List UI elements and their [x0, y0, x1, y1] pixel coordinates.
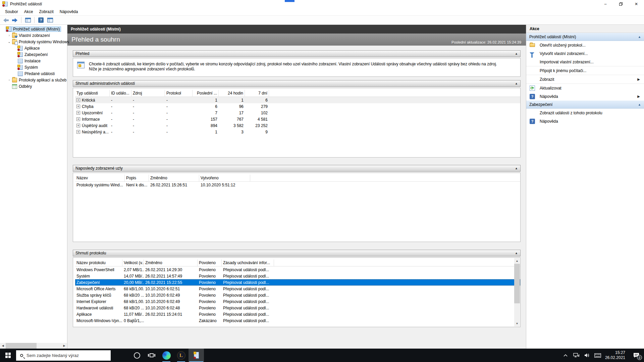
chevron-down-icon[interactable]: ⌄: [7, 40, 11, 44]
column-header[interactable]: 24 hodin: [219, 90, 245, 97]
table-row[interactable]: Služba správy klíčů68 kB/20 ...10.10.202…: [75, 292, 520, 298]
log-vertical-scrollbar[interactable]: ▲ ▼: [514, 258, 520, 326]
close-button[interactable]: ✕: [629, 0, 644, 8]
action-item[interactable]: ⟳Aktualizovat: [526, 84, 644, 92]
clock[interactable]: 15:27 26.02.2021: [603, 350, 629, 360]
table-row[interactable]: +Informace---1577674 581: [75, 116, 520, 122]
scroll-down-arrow[interactable]: ▼: [514, 321, 520, 326]
table-row[interactable]: Microsoft Office Alerts68 kB/1,00...10.1…: [75, 286, 520, 292]
action-section-header[interactable]: Zabezpečení▲: [526, 101, 644, 109]
tree-item[interactable]: ⌄Protokoly systému Windows: [0, 39, 67, 45]
expand-plus-icon[interactable]: +: [76, 130, 80, 134]
menu-item-akce[interactable]: Akce: [21, 8, 36, 15]
scroll-left-arrow[interactable]: ◀: [0, 343, 6, 349]
action-item[interactable]: Otevřít uložený protokol...: [526, 41, 644, 49]
chevron-right-icon[interactable]: ›: [7, 78, 11, 82]
expand-plus-icon[interactable]: +: [76, 98, 80, 102]
column-header[interactable]: Změněno: [144, 259, 198, 266]
menu-item-zobrazit[interactable]: Zobrazit: [36, 8, 56, 15]
table-row[interactable]: Internet Explorer68 kB/1,00...10.10.2020…: [75, 298, 520, 305]
action-item[interactable]: ?Nápověda: [526, 117, 644, 125]
table-row[interactable]: +Neúspěšný a...---139: [75, 129, 520, 135]
table-row[interactable]: Zabezpečení20,00 MB/...26.02.2021 15:22:…: [75, 279, 520, 286]
tree-item[interactable]: Předané události: [0, 70, 67, 77]
table-row[interactable]: Windows PowerShell2,07 MB/1...26.02.2021…: [75, 266, 520, 273]
table-row[interactable]: Microsoft-Windows-Vpn...0 Bajtů/1,...Zak…: [75, 317, 520, 324]
expand-plus-icon[interactable]: +: [76, 124, 80, 127]
scroll-thumb[interactable]: [514, 264, 520, 303]
column-header[interactable]: ID událo...: [110, 90, 131, 97]
chevron-right-icon[interactable]: ›: [7, 34, 11, 37]
expand-plus-icon[interactable]: +: [76, 117, 80, 121]
column-header[interactable]: Název: [75, 175, 125, 181]
restore-button[interactable]: [613, 0, 629, 8]
recent-nodes-section-header[interactable]: Naposledy zobrazené uzly ▲: [73, 165, 521, 172]
tree-item[interactable]: Odběry: [0, 83, 67, 89]
table-row[interactable]: Hardwarové události68 kB/20 ...10.10.202…: [75, 305, 520, 311]
column-header[interactable]: Zásady uchovávání infor...: [222, 259, 274, 266]
expand-plus-icon[interactable]: +: [76, 111, 80, 115]
tree-item[interactable]: Aplikace: [0, 45, 67, 51]
log-summary-section-header[interactable]: Shrnutí protokolu ▲: [73, 250, 521, 256]
action-item[interactable]: ?Nápověda▶: [526, 92, 644, 101]
cortana-button[interactable]: [129, 349, 144, 362]
column-header[interactable]: Velikost (v...: [122, 259, 144, 266]
edge-taskbar-button[interactable]: [159, 349, 174, 362]
tree-item[interactable]: Instalace: [0, 58, 67, 64]
minimize-button[interactable]: –: [598, 0, 613, 8]
table-row[interactable]: Protokoly systému Wind...Není k dis...26…: [75, 182, 520, 188]
tree-horizontal-scrollbar[interactable]: ◀ ▶: [0, 343, 67, 349]
scroll-up-arrow[interactable]: ▲: [514, 258, 520, 264]
tree-item[interactable]: ›Vlastní zobrazení: [0, 32, 67, 39]
action-item[interactable]: Zobrazit události z tohoto protokolu: [526, 109, 644, 117]
action-section-header[interactable]: Prohlížeč událostí (Místní)▲: [526, 33, 644, 41]
libreoffice-taskbar-button[interactable]: L: [174, 349, 189, 362]
forward-button[interactable]: [11, 16, 18, 24]
collapse-icon[interactable]: ▲: [515, 52, 518, 55]
taskbar-search-input[interactable]: Sem zadejte hledaný výraz: [16, 350, 111, 361]
action-item[interactable]: Vytvořit vlastní zobrazení...: [526, 49, 644, 58]
column-header[interactable]: Typ události: [75, 90, 110, 97]
table-row[interactable]: Aplikace11,07 MB/...26.02.2021 15:24:01P…: [75, 311, 520, 317]
collapse-icon[interactable]: ▲: [515, 251, 518, 255]
volume-tray-icon[interactable]: [582, 349, 592, 362]
scroll-thumb[interactable]: [6, 343, 37, 349]
action-pane-toggle-button[interactable]: [46, 16, 54, 24]
action-item[interactable]: Importovat vlastní zobrazení...: [526, 58, 644, 66]
admin-summary-section-header[interactable]: Shrnutí administrativních událostí ▲: [73, 80, 521, 87]
collapse-icon[interactable]: ▲: [638, 103, 641, 106]
column-header[interactable]: Zdroj: [131, 90, 165, 97]
network-tray-icon[interactable]: [571, 349, 582, 362]
back-button[interactable]: [2, 16, 9, 24]
help-button[interactable]: ?: [37, 16, 45, 24]
event-viewer-taskbar-button[interactable]: [189, 349, 204, 362]
tree-item[interactable]: Systém: [0, 64, 67, 70]
task-view-button[interactable]: [144, 349, 159, 362]
collapse-icon[interactable]: ▲: [638, 35, 641, 39]
start-button[interactable]: [0, 349, 16, 362]
collapse-icon[interactable]: ▲: [515, 167, 518, 170]
show-hidden-icons-button[interactable]: [560, 349, 571, 362]
action-item[interactable]: Připojit k jinému počítači...: [526, 66, 644, 75]
expand-plus-icon[interactable]: +: [76, 105, 80, 108]
overview-section-header[interactable]: Přehled ▲: [73, 50, 521, 57]
column-header[interactable]: Povoleno: [198, 259, 222, 266]
collapse-icon[interactable]: ▲: [515, 82, 518, 85]
column-header[interactable]: Vytvořeno: [199, 175, 250, 181]
action-center-button[interactable]: 2: [629, 349, 644, 362]
tree-item[interactable]: Zabezpečení: [0, 51, 67, 58]
menu-item-soubor[interactable]: Soubor: [2, 8, 21, 15]
column-header[interactable]: Protokol: [165, 90, 193, 97]
table-row[interactable]: +Úspěšný audit---8943 58223 252: [75, 122, 520, 129]
table-row[interactable]: +Chyba---696279: [75, 103, 520, 110]
column-header[interactable]: Změněno: [149, 175, 199, 181]
table-row[interactable]: +Kritická---116: [75, 97, 520, 103]
menu-item-nápověda[interactable]: Nápověda: [57, 8, 81, 15]
column-header[interactable]: Popis: [125, 175, 149, 181]
console-tree-toggle-button[interactable]: [24, 16, 32, 24]
tree-item[interactable]: Prohlížeč událostí (Místní): [0, 26, 67, 32]
column-header[interactable]: 7 dní: [245, 90, 269, 97]
column-header[interactable]: Poslední ...: [193, 90, 219, 97]
table-row[interactable]: +Upozornění---717102: [75, 110, 520, 116]
action-item[interactable]: Zobrazit▶: [526, 75, 644, 83]
